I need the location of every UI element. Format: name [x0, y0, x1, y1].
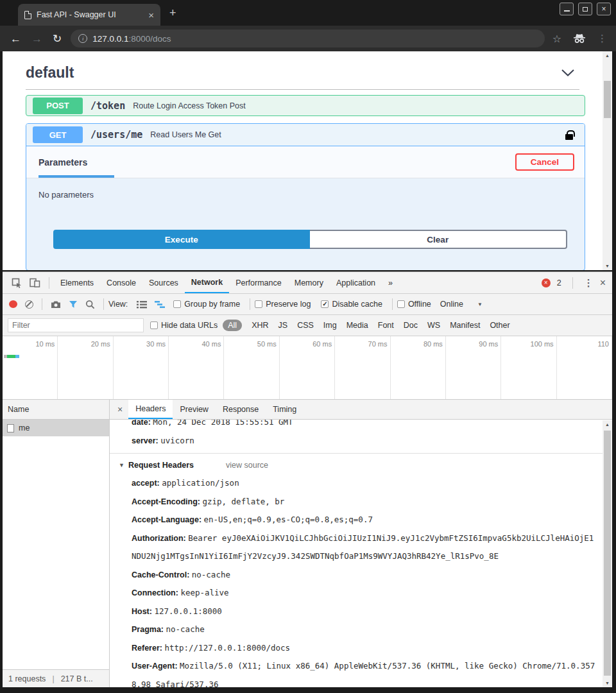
devtools-tab[interactable]: Memory: [288, 272, 330, 293]
header-value: Bearer eyJ0eXAiOiJKV1QiLCJhbGciOiJIUzI1N…: [132, 533, 594, 561]
maximize-button[interactable]: [578, 3, 592, 15]
scrollbar-thumb[interactable]: [604, 431, 611, 676]
name-column-header[interactable]: Name: [3, 400, 109, 420]
offline-label[interactable]: Offline: [408, 300, 431, 309]
devtools-tab[interactable]: Network: [185, 272, 229, 293]
divider: [572, 277, 573, 289]
forward-icon[interactable]: →: [31, 33, 42, 44]
detail-close-icon[interactable]: ×: [117, 404, 123, 415]
hide-data-urls-checkbox[interactable]: [150, 321, 158, 329]
twisty-expanded-icon[interactable]: ▼: [119, 457, 124, 474]
scroll-up-icon[interactable]: ▲: [603, 53, 612, 58]
clear-button[interactable]: Clear: [310, 230, 568, 249]
filter-pill[interactable]: WS: [427, 321, 440, 330]
execute-button[interactable]: Execute: [53, 230, 310, 249]
preserve-log-checkbox[interactable]: [255, 300, 262, 308]
devtools-close-icon[interactable]: ×: [600, 277, 606, 289]
minimize-button[interactable]: [560, 3, 574, 15]
back-icon[interactable]: ←: [10, 33, 21, 44]
filter-pill[interactable]: Doc: [404, 321, 418, 330]
header-name: date: [132, 420, 153, 427]
dropdown-arrow-icon[interactable]: ▼: [477, 302, 483, 307]
chevron-down-icon[interactable]: [561, 69, 574, 76]
inspect-element-icon[interactable]: [12, 278, 22, 288]
header-value: no-cache: [166, 624, 205, 634]
error-count[interactable]: 2: [557, 278, 561, 287]
detail-tab[interactable]: Headers: [128, 400, 173, 419]
devtools-tab[interactable]: »: [382, 272, 399, 293]
operation-path: /token: [90, 100, 125, 112]
timeline-tick-label: 110: [557, 336, 612, 399]
filter-funnel-icon[interactable]: [69, 300, 78, 309]
hide-data-urls-label[interactable]: Hide data URLs: [161, 321, 218, 330]
browser-menu-icon[interactable]: ⋮: [597, 33, 607, 44]
site-info-icon[interactable]: i: [78, 34, 87, 43]
error-badge-icon[interactable]: ×: [542, 278, 551, 287]
request-headers-section-title[interactable]: ▼ Request Headers view source: [119, 457, 595, 474]
tab-close-icon[interactable]: ×: [148, 10, 154, 20]
filter-input[interactable]: [8, 318, 144, 332]
operation-summary: Route Login Access Token Post: [133, 101, 246, 110]
filter-pill[interactable]: CSS: [297, 321, 314, 330]
network-overview-timeline[interactable]: 10 ms20 ms30 ms40 ms50 ms60 ms70 ms80 ms…: [3, 336, 612, 400]
filter-pill[interactable]: Font: [378, 321, 394, 330]
filter-pill[interactable]: Manifest: [450, 321, 480, 330]
bookmark-star-icon[interactable]: ☆: [552, 33, 561, 45]
devtools-tab[interactable]: Sources: [142, 272, 185, 293]
view-source-link[interactable]: view source: [226, 457, 268, 474]
devtools-menu-icon[interactable]: ⋮: [584, 277, 594, 289]
waterfall-view-icon[interactable]: [155, 300, 166, 309]
devtools-tab[interactable]: Elements: [54, 272, 100, 293]
cancel-button[interactable]: Cancel: [515, 153, 574, 171]
detail-tab[interactable]: Timing: [266, 400, 304, 419]
offline-checkbox[interactable]: [397, 300, 405, 308]
record-icon[interactable]: [9, 300, 17, 308]
detail-tab[interactable]: Response: [216, 400, 266, 419]
operation-header[interactable]: GET /users/me Read Users Me Get: [26, 124, 585, 146]
filter-pill[interactable]: Img: [323, 321, 337, 330]
filter-pill[interactable]: Other: [490, 321, 509, 330]
blue-segment: [15, 355, 19, 358]
scroll-up-icon[interactable]: ▲: [603, 422, 612, 427]
new-tab-button[interactable]: +: [169, 7, 176, 19]
reload-icon[interactable]: ↻: [53, 33, 62, 44]
auth-lock-icon[interactable]: [565, 134, 573, 140]
list-view-icon[interactable]: [137, 300, 147, 309]
devtools-tab[interactable]: Console: [100, 272, 142, 293]
download-segment: [7, 355, 15, 358]
throttling-select[interactable]: Online: [440, 300, 463, 309]
address-bar[interactable]: i 127.0.0.1:8000/docs: [71, 30, 544, 47]
devtools-tab[interactable]: Application: [330, 272, 382, 293]
scrollbar-thumb[interactable]: [604, 81, 611, 118]
filter-pill[interactable]: JS: [278, 321, 288, 330]
operation-post-token[interactable]: POST /token Route Login Access Token Pos…: [26, 95, 585, 116]
device-toolbar-icon[interactable]: [30, 278, 40, 287]
request-detail-panel: × HeadersPreviewResponseTiming dateMon, …: [110, 400, 612, 687]
filter-pill[interactable]: XHR: [252, 321, 268, 330]
disable-cache-label[interactable]: Disable cache: [332, 300, 382, 309]
scroll-down-icon[interactable]: ▼: [603, 681, 612, 685]
section-title[interactable]: default: [26, 64, 74, 81]
browser-tab[interactable]: Fast API - Swagger UI ×: [18, 4, 160, 26]
group-by-frame-checkbox[interactable]: [173, 300, 181, 308]
parameters-tab: Parameters: [38, 157, 87, 167]
capture-screenshots-icon[interactable]: [51, 300, 61, 309]
page-scrollbar[interactable]: ▲ ▼: [603, 51, 612, 270]
request-waterfall-bar[interactable]: [4, 355, 19, 358]
filter-pill[interactable]: All: [223, 320, 242, 331]
header-row: Accept-Languageen-US,en;q=0.9,es-CO;q=0.…: [132, 511, 595, 529]
search-icon[interactable]: [85, 300, 95, 309]
disable-cache-checkbox[interactable]: [321, 300, 329, 308]
devtools-tab[interactable]: Performance: [229, 272, 288, 293]
request-row[interactable]: me: [3, 420, 109, 436]
group-by-frame-label[interactable]: Group by frame: [184, 300, 240, 309]
preserve-log-label[interactable]: Preserve log: [266, 300, 311, 309]
clear-icon[interactable]: [25, 300, 33, 309]
detail-scrollbar[interactable]: ▲ ▼: [603, 420, 612, 687]
detail-tab[interactable]: Preview: [173, 400, 215, 419]
filter-pill[interactable]: Media: [346, 321, 368, 330]
close-button[interactable]: ×: [597, 3, 611, 15]
headers-content[interactable]: dateMon, 24 Dec 2018 15:55:51 GMT server…: [110, 420, 612, 687]
scroll-down-icon[interactable]: ▼: [603, 264, 612, 268]
url-text[interactable]: 127.0.0.1:8000/docs: [92, 34, 171, 44]
